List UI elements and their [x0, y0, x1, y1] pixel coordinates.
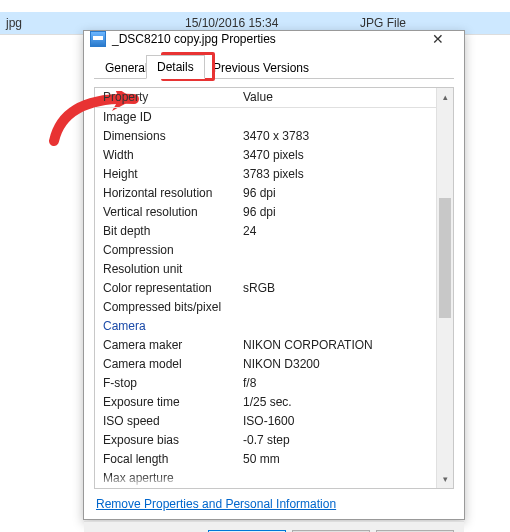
property-value: NIKON CORPORATION [235, 336, 436, 355]
image-file-icon [90, 31, 106, 47]
table-row[interactable]: Compressed bits/pixel [95, 298, 436, 317]
table-row[interactable]: Camera modelNIKON D3200 [95, 355, 436, 374]
property-value [235, 298, 436, 317]
property-value: 3783 pixels [235, 165, 436, 184]
table-row[interactable]: Dimensions3470 x 3783 [95, 127, 436, 146]
titlebar: _DSC8210 copy.jpg Properties ✕ [84, 31, 464, 47]
property-value [235, 241, 436, 260]
section-camera: Camera [95, 317, 436, 336]
property-label: Exposure time [95, 393, 235, 412]
table-header: Property Value [95, 88, 436, 107]
details-body: Property Value Image IDDimensions3470 x … [84, 79, 464, 521]
table-row[interactable]: Width3470 pixels [95, 146, 436, 165]
close-button[interactable]: ✕ [418, 31, 458, 47]
property-value: NIKON D3200 [235, 355, 436, 374]
property-value: f/8 [235, 374, 436, 393]
table-row[interactable]: Color representationsRGB [95, 279, 436, 298]
property-value: 96 dpi [235, 184, 436, 203]
property-value: 24 [235, 222, 436, 241]
tabs-wrap: General Details Previous Versions [84, 47, 464, 79]
table-row[interactable]: Vertical resolution96 dpi [95, 203, 436, 222]
dialog-title: _DSC8210 copy.jpg Properties [112, 32, 418, 46]
header-property: Property [95, 88, 235, 107]
property-label: Compression [95, 241, 235, 260]
property-label: Camera maker [95, 336, 235, 355]
property-value: 50 mm [235, 450, 436, 469]
property-label: Camera model [95, 355, 235, 374]
table-row[interactable]: Bit depth24 [95, 222, 436, 241]
table-row[interactable]: Image ID [95, 108, 436, 127]
scroll-up-icon[interactable]: ▴ [437, 88, 453, 105]
property-value: 3470 x 3783 [235, 127, 436, 146]
property-value: 3470 pixels [235, 146, 436, 165]
property-label: Vertical resolution [95, 203, 235, 222]
property-label: Bit depth [95, 222, 235, 241]
tab-previous-versions[interactable]: Previous Versions [202, 56, 320, 78]
property-label: Width [95, 146, 235, 165]
properties-scroll-area[interactable]: Property Value Image IDDimensions3470 x … [95, 88, 436, 488]
bg-filename: jpg [6, 16, 22, 30]
property-label: Image ID [95, 108, 235, 127]
table-row[interactable]: Focal length50 mm [95, 450, 436, 469]
table-row[interactable]: ISO speedISO-1600 [95, 412, 436, 431]
table-row[interactable]: Exposure time1/25 sec. [95, 393, 436, 412]
property-value: 1/25 sec. [235, 393, 436, 412]
property-value [235, 108, 436, 127]
table-row[interactable]: Horizontal resolution96 dpi [95, 184, 436, 203]
properties-list: Property Value Image IDDimensions3470 x … [94, 87, 454, 489]
property-label: F-stop [95, 374, 235, 393]
property-value [235, 469, 436, 488]
property-label: Dimensions [95, 127, 235, 146]
scroll-thumb[interactable] [439, 198, 451, 318]
table-row[interactable]: Resolution unit [95, 260, 436, 279]
property-value [235, 260, 436, 279]
properties-table: Property Value [95, 88, 436, 108]
section-camera-label: Camera [95, 317, 436, 336]
header-value: Value [235, 88, 436, 107]
property-label: Focal length [95, 450, 235, 469]
property-label: Exposure bias [95, 431, 235, 450]
table-row[interactable]: Max aperture [95, 469, 436, 488]
table-row[interactable]: Exposure bias-0.7 step [95, 431, 436, 450]
property-value: -0.7 step [235, 431, 436, 450]
properties-dialog: _DSC8210 copy.jpg Properties ✕ General D… [83, 30, 465, 520]
property-label: Compressed bits/pixel [95, 298, 235, 317]
property-value: sRGB [235, 279, 436, 298]
tab-strip: General Details Previous Versions [94, 55, 454, 79]
table-row[interactable]: F-stopf/8 [95, 374, 436, 393]
property-value: ISO-1600 [235, 412, 436, 431]
button-row: OK Cancel Apply [84, 521, 464, 533]
property-label: Color representation [95, 279, 235, 298]
property-label: Resolution unit [95, 260, 235, 279]
scrollbar-vertical[interactable]: ▴ ▾ [436, 88, 453, 488]
table-row[interactable]: Compression [95, 241, 436, 260]
tab-details[interactable]: Details [146, 55, 205, 79]
remove-properties-link[interactable]: Remove Properties and Personal Informati… [94, 489, 454, 513]
property-label: ISO speed [95, 412, 235, 431]
property-label: Max aperture [95, 469, 235, 488]
property-label: Height [95, 165, 235, 184]
property-value: 96 dpi [235, 203, 436, 222]
table-row[interactable]: Height3783 pixels [95, 165, 436, 184]
property-label: Horizontal resolution [95, 184, 235, 203]
table-row[interactable]: Camera makerNIKON CORPORATION [95, 336, 436, 355]
scroll-down-icon[interactable]: ▾ [437, 471, 453, 488]
